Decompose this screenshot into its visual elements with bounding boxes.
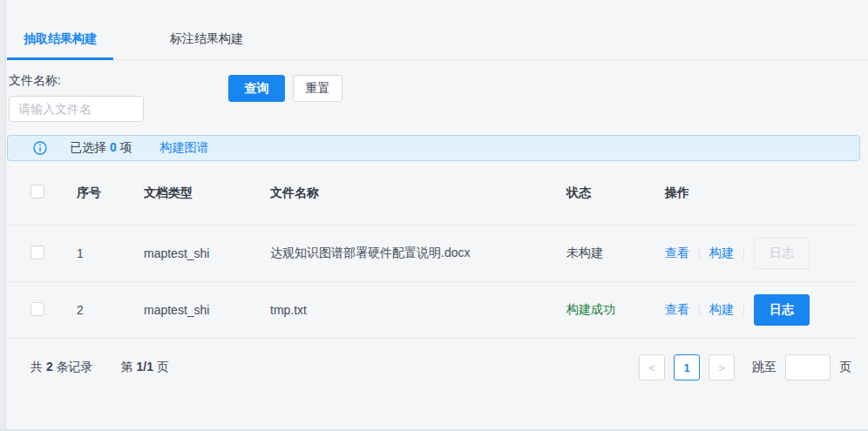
selected-suffix: 项 (120, 140, 132, 154)
table-header-row: 序号 文档类型 文件名称 状态 操作 (7, 161, 860, 226)
row-doc-type: maptest_shi (144, 246, 270, 260)
table-row: 2 maptest_shi tmp.txt 构建成功 查看 构建 日志 (7, 282, 860, 339)
row-doc-type: maptest_shi (144, 303, 270, 317)
header-checkbox-cell (7, 185, 77, 201)
tab-extract-result-build[interactable]: 抽取结果构建 (7, 26, 113, 59)
view-link[interactable]: 查看 (665, 246, 689, 261)
header-index: 序号 (77, 185, 144, 201)
row-index: 2 (77, 303, 144, 317)
info-icon (33, 141, 47, 155)
tab-extract-label: 抽取结果构建 (24, 31, 97, 45)
header-actions: 操作 (665, 185, 860, 201)
selected-count-text: 已选择 0 项 (70, 140, 132, 156)
build-link[interactable]: 构建 (709, 246, 734, 261)
page-edge-strip (0, 0, 6, 429)
page-summary-text: 第 1/1 页 (121, 360, 169, 375)
row-checkbox-cell (7, 302, 77, 319)
filename-field-group: 文件名称: (9, 73, 144, 122)
row-checkbox[interactable] (31, 246, 44, 259)
page-number-button[interactable]: 1 (674, 354, 700, 380)
log-button[interactable]: 日志 (754, 294, 810, 326)
chevron-right-icon: > (718, 361, 725, 374)
tab-annotate-label: 标注结果构建 (170, 31, 243, 45)
chevron-left-icon: < (648, 361, 655, 374)
header-status: 状态 (566, 185, 665, 201)
tab-annotate-result-build[interactable]: 标注结果构建 (153, 26, 260, 59)
view-link[interactable]: 查看 (665, 302, 689, 318)
row-index: 1 (77, 246, 144, 260)
row-status: 构建成功 (566, 302, 665, 318)
tab-bar: 抽取结果构建 标注结果构建 (7, 0, 868, 60)
filename-input[interactable] (9, 96, 144, 122)
row-file-name: 达观知识图谱部署硬件配置说明.docx (270, 246, 566, 261)
filename-label: 文件名称: (9, 73, 144, 89)
header-file-name: 文件名称 (270, 185, 566, 201)
log-button-disabled: 日志 (754, 238, 810, 269)
row-checkbox-cell (7, 246, 77, 262)
build-graph-link[interactable]: 构建图谱 (160, 140, 209, 156)
search-button[interactable]: 查询 (228, 75, 285, 102)
jump-unit-label: 页 (839, 360, 851, 375)
next-page-button[interactable]: > (709, 354, 735, 380)
pagination: < 1 > 跳至 页 (630, 354, 860, 380)
row-actions: 查看 构建 日志 (665, 238, 860, 269)
row-actions: 查看 构建 日志 (665, 294, 860, 326)
selected-count: 0 (110, 140, 117, 154)
record-summary: 共 2 条记录 第 1/1 页 (7, 360, 169, 375)
selection-info-bar: 已选择 0 项 构建图谱 (7, 135, 860, 161)
page-prefix: 第 (121, 360, 133, 374)
header-doc-type: 文档类型 (144, 185, 270, 201)
total-records-text: 共 2 条记录 (31, 360, 93, 375)
active-tab-underline (7, 57, 113, 60)
select-all-checkbox[interactable] (31, 185, 44, 199)
jump-to-label: 跳至 (752, 360, 776, 375)
total-prefix: 共 (31, 360, 43, 374)
action-divider (743, 304, 744, 316)
action-divider (699, 247, 700, 259)
files-table: 序号 文档类型 文件名称 状态 操作 1 maptest_shi 达观知识图谱部… (7, 161, 860, 339)
total-count: 2 (46, 360, 53, 374)
filter-buttons: 查询 重置 (228, 75, 342, 102)
prev-page-button[interactable]: < (639, 354, 665, 380)
total-suffix: 条记录 (57, 360, 93, 374)
page-value: 1/1 (136, 360, 153, 374)
build-link[interactable]: 构建 (709, 302, 734, 318)
main-panel: 抽取结果构建 标注结果构建 文件名称: 查询 重置 已选择 0 项 (7, 0, 860, 381)
table-footer: 共 2 条记录 第 1/1 页 < 1 > 跳至 页 (7, 354, 860, 381)
selected-prefix: 已选择 (70, 140, 106, 154)
row-file-name: tmp.txt (270, 303, 566, 317)
filter-section: 文件名称: 查询 重置 (7, 73, 860, 122)
jump-page-input[interactable] (785, 354, 831, 380)
action-divider (743, 247, 744, 259)
table-row: 1 maptest_shi 达观知识图谱部署硬件配置说明.docx 未构建 查看… (7, 226, 860, 282)
row-checkbox[interactable] (31, 302, 44, 316)
row-status: 未构建 (566, 246, 665, 261)
page-suffix: 页 (157, 360, 169, 374)
action-divider (699, 304, 700, 316)
reset-button[interactable]: 重置 (293, 75, 342, 102)
